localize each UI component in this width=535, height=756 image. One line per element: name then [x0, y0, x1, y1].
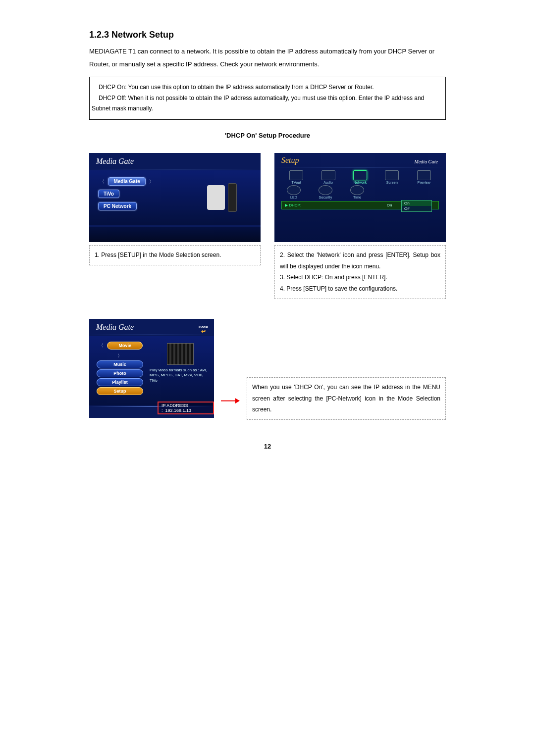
menu-button-setup[interactable]: Setup	[97, 387, 143, 395]
mode-button-column: 〈 Media Gate 〉 TiVo PC Network	[89, 170, 183, 225]
brand-title-small: Media Gate	[408, 155, 441, 166]
page-number: 12	[89, 443, 446, 450]
format-description: Play video formats such as : AVI, MPG, M…	[150, 368, 211, 383]
screenshot-setup: Setup Media Gate TVout Audio Network Scr…	[274, 153, 446, 242]
brand-title: Media Gate	[89, 319, 214, 334]
mode-row: 〈 Media Gate 〉	[98, 175, 180, 188]
setup-icon-preview[interactable]: Preview	[414, 170, 434, 184]
film-icon	[167, 343, 194, 365]
dhcp-label: DHCP:	[289, 203, 301, 207]
caption-step1: 1. Press [SETUP] in the Mode Selection s…	[89, 245, 261, 265]
mode-button-tivo[interactable]: TiVo	[98, 190, 119, 198]
chevron-right-icon[interactable]: 〉	[148, 179, 156, 184]
back-arrow-icon: ↩	[201, 328, 206, 334]
result-row: Media Gate Back↩ 〈 Movie 〉 Music Photo	[89, 319, 446, 418]
option-list: On Off	[401, 200, 432, 212]
procedure-heading: 'DHCP On' Setup Procedure	[89, 132, 446, 139]
divider	[89, 335, 214, 335]
chevron-left-icon[interactable]: 〈	[98, 179, 106, 184]
section-number: 1.2.3	[89, 30, 109, 40]
intro-paragraph: MEDIAGATE T1 can connect to a network. I…	[89, 45, 446, 71]
option-off[interactable]: Off	[402, 206, 431, 211]
menu-button-playlist[interactable]: Playlist	[97, 378, 143, 386]
procedure-col-left: Media Gate 〈 Media Gate 〉 TiVo PC Networ…	[89, 153, 261, 265]
result-col-screenshot: Media Gate Back↩ 〈 Movie 〉 Music Photo	[89, 319, 214, 418]
procedure-col-right: Setup Media Gate TVout Audio Network Scr…	[274, 153, 446, 299]
menu-button-column: 〈 Movie 〉 Music Photo Playlist Setup	[89, 336, 147, 405]
screenshot-body: 〈 Media Gate 〉 TiVo PC Network	[89, 170, 261, 225]
device-icon	[207, 185, 225, 210]
section-heading: 1.2.3 Network Setup	[89, 30, 446, 40]
caption-step2: 2. Select the 'Network' icon and press […	[280, 252, 440, 270]
setup-icon-led[interactable]: LED	[283, 185, 304, 199]
dhcp-options: On Off	[401, 200, 439, 212]
divider	[274, 167, 446, 167]
setup-icon-tvout[interactable]: TVout	[286, 170, 307, 184]
option-on[interactable]: On	[402, 201, 431, 206]
setup-icon-security[interactable]: Security	[315, 185, 336, 199]
menu-body: 〈 Movie 〉 Music Photo Playlist Setup Pla…	[89, 336, 214, 405]
result-col-caption: When you use 'DHCP On', you can see the …	[247, 374, 446, 420]
setup-icon-audio[interactable]: Audio	[318, 170, 339, 184]
caption-steps234: 2. Select the 'Network' icon and press […	[274, 245, 446, 299]
back-label[interactable]: Back↩	[199, 325, 208, 334]
divider	[89, 226, 261, 226]
setup-icon-row1: TVout Audio Network Screen Preview	[274, 168, 446, 185]
screenshot-menu: Media Gate Back↩ 〈 Movie 〉 Music Photo	[89, 319, 214, 418]
screenshot-mode-selection: Media Gate 〈 Media Gate 〉 TiVo PC Networ…	[89, 153, 261, 242]
ip-value: 192.168.1.13	[165, 408, 192, 413]
mode-button-pcnetwork[interactable]: PC Network	[98, 202, 137, 210]
chevron-right-icon[interactable]: 〉	[116, 353, 124, 358]
device-illustration	[183, 170, 261, 225]
mode-button-mediagate[interactable]: Media Gate	[108, 177, 145, 186]
menu-button-movie[interactable]: Movie	[107, 342, 143, 350]
screenshot-footer	[89, 227, 261, 242]
arrow-icon	[221, 397, 240, 404]
setup-icon-time[interactable]: Time	[347, 185, 368, 199]
menu-button-photo[interactable]: Photo	[97, 369, 143, 377]
info-dhcp-on: DHCP On: You can use this option to obta…	[92, 82, 443, 93]
info-box: DHCP On: You can use this option to obta…	[89, 77, 446, 120]
menu-preview: Play video formats such as : AVI, MPG, M…	[147, 336, 214, 405]
caption-step4: 4. Press [SETUP] to save the configurati…	[280, 285, 397, 292]
chevron-left-icon[interactable]: 〈	[97, 343, 105, 348]
document-page: 1.2.3 Network Setup MEDIAGATE T1 can con…	[0, 0, 535, 756]
brand-title: Media Gate	[89, 153, 261, 168]
section-title-text: Network Setup	[111, 30, 174, 40]
info-dhcp-off: DHCP Off: When it is not possible to obt…	[92, 93, 443, 114]
svg-marker-1	[235, 398, 239, 403]
caption-step3: 3. Select DHCP: On and press [ENTER].	[280, 274, 387, 281]
divider	[89, 169, 261, 169]
setup-icon-row2: LED Security Time	[274, 185, 446, 200]
remote-icon	[228, 183, 237, 212]
menu-button-music[interactable]: Music	[97, 360, 143, 368]
procedure-row: Media Gate 〈 Media Gate 〉 TiVo PC Networ…	[89, 153, 446, 299]
caption-result: When you use 'DHCP On', you can see the …	[247, 377, 446, 420]
setup-icon-screen[interactable]: Screen	[381, 170, 402, 184]
setup-icon-network[interactable]: Network	[350, 170, 371, 184]
ip-address-box: IP ADDRESS : 192.168.1.13	[158, 402, 214, 414]
